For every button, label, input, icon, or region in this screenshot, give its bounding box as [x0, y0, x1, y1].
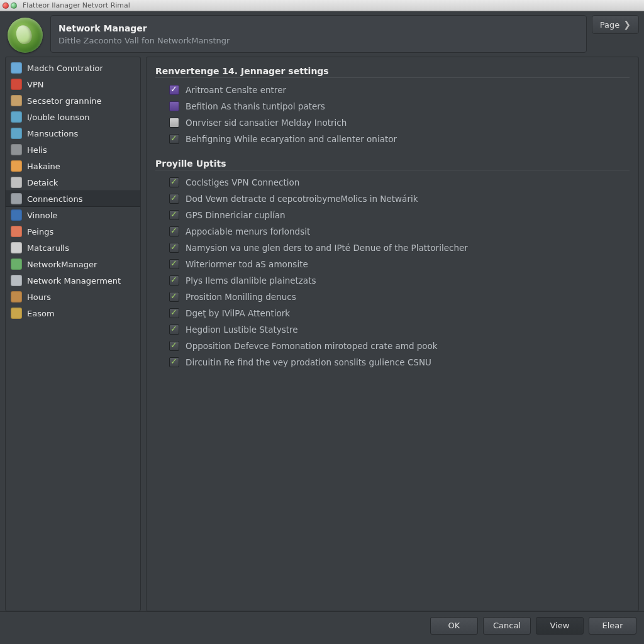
option-label: Onrviser sid cansatier Melday Inotrich: [186, 118, 347, 128]
header-row: Network Manager Dittle Zacoonto Vall fon…: [0, 11, 644, 53]
option-label: Coclstiges VPN Connection: [186, 177, 299, 187]
sidebar-item-15[interactable]: Easom: [6, 305, 140, 321]
checkbox[interactable]: [169, 134, 179, 144]
checkbox[interactable]: [169, 85, 179, 95]
option-row: Hegdion Lustible Statystre: [155, 321, 630, 338]
option-row: Witeriormer tod aS amonsite: [155, 256, 630, 272]
world-icon: [11, 209, 22, 221]
sidebar-item-label: Detaick: [27, 178, 58, 187]
checkbox[interactable]: [169, 210, 179, 220]
checkbox[interactable]: [169, 118, 179, 128]
clear-button[interactable]: Elear: [589, 617, 636, 635]
cancel-button[interactable]: Cancal: [483, 617, 531, 635]
option-label: Behfigning While ecaryation and callente…: [186, 134, 397, 144]
calendar-icon: [11, 128, 22, 139]
network-icon: [11, 258, 22, 270]
sidebar-item-14[interactable]: Hours: [6, 289, 140, 305]
option-label: Opposition Defevce Fomonation mirotoped …: [186, 341, 438, 351]
sidebar-item-label: NetworkManager: [27, 260, 97, 269]
page-button[interactable]: Page ❯: [592, 15, 639, 34]
sidebar: Madch ConntratiorVPNSecsetor grannineI/o…: [5, 57, 141, 611]
close-icon[interactable]: [3, 3, 9, 9]
option-label: Namysion va une glen ders to and IPté De…: [186, 243, 468, 253]
sidebar-item-label: Connenctions: [27, 194, 83, 204]
option-row: Dod Vewn detracte d cepcotroibymeMolics …: [155, 191, 630, 207]
checkbox[interactable]: [169, 292, 179, 302]
option-row: Prosition Monilling denucs: [155, 289, 630, 305]
option-row: GPS Dinnericiar cuplían: [155, 207, 630, 223]
checkbox[interactable]: [169, 325, 179, 335]
sidebar-item-8[interactable]: Connenctions: [6, 191, 140, 207]
sidebar-item-label: I/ouble lounson: [27, 113, 89, 122]
checkbox[interactable]: [169, 341, 179, 351]
folder-icon: [11, 144, 22, 155]
option-label: Prosition Monilling denucs: [186, 292, 296, 302]
sidebar-item-10[interactable]: Peings: [6, 223, 140, 240]
option-row: Coclstiges VPN Connection: [155, 174, 630, 191]
header-panel: Network Manager Dittle Zacoonto Vall fon…: [50, 15, 587, 53]
plug-icon: [11, 193, 22, 204]
shield-icon: [11, 79, 22, 90]
section-title-0: Renvertenge 14. Jennager settings: [155, 64, 630, 78]
option-label: GPS Dinnericiar cuplían: [186, 210, 286, 220]
globe-gear-icon: [11, 62, 22, 74]
briefcase-icon: [11, 291, 22, 303]
sidebar-item-label: VPN: [27, 80, 43, 89]
package-icon: [11, 308, 22, 319]
checkbox[interactable]: [169, 177, 179, 187]
option-row: Dgeţ by IVilPA Attentiork: [155, 305, 630, 321]
sidebar-item-label: Matcarulls: [27, 243, 69, 253]
option-label: Appociable menurs forlondsit: [186, 226, 310, 236]
window-titlebar: Flatteor Ilanager Netvort Rimal: [0, 0, 644, 11]
sidebar-item-12[interactable]: NetworkManager: [6, 256, 140, 272]
checkbox[interactable]: [169, 226, 179, 236]
sidebar-item-1[interactable]: VPN: [6, 76, 140, 92]
minimize-icon[interactable]: [11, 3, 17, 9]
app-logo-icon: [8, 18, 43, 53]
checkbox[interactable]: [169, 259, 179, 269]
ok-button[interactable]: OK: [430, 617, 478, 635]
checkbox[interactable]: [169, 357, 179, 367]
drive-icon: [11, 95, 22, 106]
checkbox[interactable]: [169, 101, 179, 111]
sidebar-item-4[interactable]: Mansuctions: [6, 125, 140, 142]
option-row: Behfigning While ecaryation and callente…: [155, 131, 630, 147]
footer-bar: OKCancalViewElear: [0, 611, 644, 639]
option-row: Appociable menurs forlondsit: [155, 223, 630, 240]
sidebar-item-11[interactable]: Matcarulls: [6, 240, 140, 256]
page-title: Network Manager: [58, 23, 579, 33]
sidebar-item-5[interactable]: Helis: [6, 142, 140, 158]
option-label: Aritroant Censlte entrer: [186, 85, 286, 95]
checkbox[interactable]: [169, 308, 179, 318]
sidebar-item-9[interactable]: Vinnole: [6, 207, 140, 223]
view-button[interactable]: View: [536, 617, 584, 635]
option-row: Namysion va une glen ders to and IPté De…: [155, 240, 630, 256]
flame-icon: [11, 160, 22, 172]
sidebar-item-13[interactable]: Network Managerment: [6, 272, 140, 289]
option-row: Onrviser sid cansatier Melday Inotrich: [155, 114, 630, 131]
page-subtitle: Dittle Zacoonto Vall fon NetworkManstngr: [58, 36, 579, 45]
option-label: Witeriormer tod aS amonsite: [186, 259, 308, 269]
checkbox[interactable]: [169, 194, 179, 204]
main-panel: Renvertenge 14. Jennager settingsAritroa…: [146, 57, 639, 611]
toolbox-icon: [11, 242, 22, 253]
chevron-right-icon: ❯: [623, 19, 631, 30]
sidebar-item-6[interactable]: Hakaine: [6, 158, 140, 174]
option-row: Befition As thanis tuntipol paters: [155, 98, 630, 114]
sidebar-item-label: Hours: [27, 292, 51, 302]
option-row: Dircuitin Re find the vey prodation sons…: [155, 354, 630, 370]
sidebar-item-label: Helis: [27, 145, 47, 155]
checkbox[interactable]: [169, 243, 179, 253]
option-label: Dgeţ by IVilPA Attentiork: [186, 308, 290, 318]
sidebar-item-0[interactable]: Madch Conntratior: [6, 60, 140, 76]
sidebar-item-label: Madch Conntratior: [27, 64, 103, 73]
sidebar-item-label: Easom: [27, 309, 55, 318]
sidebar-item-7[interactable]: Detaick: [6, 174, 140, 191]
sidebar-item-3[interactable]: I/ouble lounson: [6, 109, 140, 125]
sidebar-item-label: Vinnole: [27, 211, 57, 220]
sidebar-item-label: Secsetor grannine: [27, 96, 102, 106]
sidebar-item-2[interactable]: Secsetor grannine: [6, 92, 140, 109]
checkbox[interactable]: [169, 275, 179, 286]
section-title-1: Proyille Uptits: [155, 156, 630, 170]
option-label: Befition As thanis tuntipol paters: [186, 101, 325, 111]
